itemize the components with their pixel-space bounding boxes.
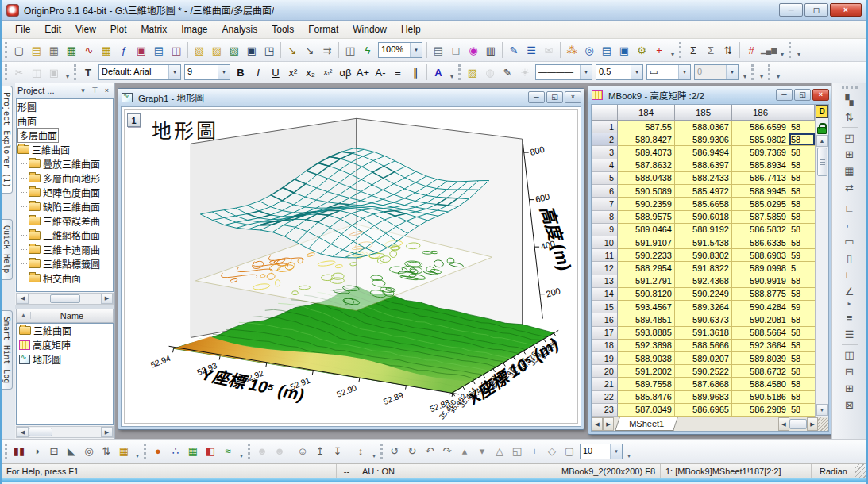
minimize-button[interactable]: ─ <box>528 91 545 103</box>
project-explorer-header[interactable]: Project ... ▾ ⊤ × <box>15 83 114 98</box>
matrix-cell[interactable]: 588.2433 <box>675 172 732 185</box>
fill-color-icon[interactable]: ▨ <box>464 64 481 81</box>
row-header[interactable]: 8 <box>592 211 618 224</box>
matrix-cell-partial[interactable]: 58 <box>789 378 815 390</box>
matrix-cell-partial[interactable]: 58 <box>789 185 815 198</box>
mask-points-icon[interactable]: ☺ <box>294 443 311 459</box>
matrix-cell-partial[interactable]: 58 <box>789 172 815 185</box>
row-header[interactable]: 11 <box>592 249 618 262</box>
matrix-cell[interactable]: 589.4851 <box>618 313 675 326</box>
first-sheet-icon[interactable]: ◀ <box>592 417 603 431</box>
matrix-cell-partial[interactable]: 58 <box>789 146 815 159</box>
corner-header[interactable] <box>592 105 618 121</box>
import-wizard-icon[interactable]: ↘ <box>284 42 301 59</box>
matrix-cell[interactable]: 591.2002 <box>618 365 675 378</box>
template-library-icon[interactable]: ▦ <box>115 443 133 459</box>
3d-pie-icon[interactable]: ● <box>149 443 167 459</box>
tree-item[interactable]: 三維點標籤圖 <box>17 256 113 271</box>
axes-frame-box-icon[interactable]: ▭ <box>840 233 859 250</box>
matrix-cell[interactable]: 592.3898 <box>618 340 675 352</box>
graph-window[interactable]: Graph1 - 地形圖 ─ ◱ × 52.9452.9352.9252.915… <box>118 88 584 430</box>
name-item[interactable]: 高度矩陣 <box>17 338 113 352</box>
matrix-cell-partial[interactable]: 59 <box>789 301 815 313</box>
menu-file[interactable]: File <box>8 21 37 37</box>
toolbar-options-chevron[interactable]: ▾ <box>777 42 787 58</box>
matrix-cell[interactable]: 586.7413 <box>732 172 789 185</box>
align-left-icon[interactable]: ≡ <box>389 64 407 81</box>
merge-graphs-icon[interactable]: ⊞ <box>840 380 859 397</box>
toolbar-grip[interactable] <box>380 444 384 459</box>
open-icon[interactable]: ▧ <box>191 42 208 59</box>
toolbar-options-chevron[interactable]: ▾ <box>757 64 766 80</box>
results-log-icon[interactable]: ▤ <box>598 42 615 59</box>
matrix-cell-partial[interactable]: 58 <box>789 211 815 224</box>
minimize-button[interactable]: ─ <box>779 3 803 17</box>
matrix-cell[interactable]: 590.2233 <box>618 249 675 262</box>
font-color-icon[interactable]: A <box>430 64 447 81</box>
matrix-cell[interactable]: 588.6397 <box>675 159 732 172</box>
rotate-counterclockwise-icon[interactable]: ↺ <box>386 443 403 459</box>
tree-item[interactable]: 三維卡迪爾曲 <box>17 242 113 256</box>
dock-tab-quick-help[interactable]: Quick Help <box>2 219 13 279</box>
tree-item[interactable]: 曡放三維曲面 <box>17 156 113 171</box>
new-3d-graph-icon[interactable]: ▣ <box>133 42 150 59</box>
sort-arrow-icon[interactable]: ▲ <box>17 312 31 319</box>
new-graph-icon[interactable]: ∿ <box>80 42 98 59</box>
matrix-cell[interactable]: 589.7558 <box>618 378 675 390</box>
matrix-cell[interactable]: 590.2249 <box>675 288 732 301</box>
menu-window[interactable]: Window <box>345 21 394 37</box>
matrix-cell-partial[interactable]: 58 <box>789 236 815 249</box>
new-excel-icon[interactable]: ▦ <box>63 42 80 59</box>
layer-badge[interactable]: 1 <box>127 113 141 127</box>
increase-perspective-icon[interactable]: ▴ <box>456 443 473 459</box>
matrix-cell[interactable]: 590.5186 <box>732 391 789 404</box>
tree-item[interactable]: 多层曲面 <box>17 128 113 142</box>
sub-superscript-icon[interactable]: x₁² <box>319 64 337 81</box>
matrix-cell[interactable]: 588.2954 <box>618 262 675 275</box>
matrix-cell[interactable]: 585.0295 <box>732 198 789 210</box>
extract-graphs-icon[interactable]: ⊠ <box>840 397 859 413</box>
menu-view[interactable]: View <box>68 21 103 37</box>
close-button[interactable]: × <box>565 91 581 103</box>
matrix-cell[interactable]: 593.8885 <box>618 327 675 340</box>
matrix-vscrollbar[interactable]: D ▲ ▼ <box>815 105 828 417</box>
matrix-cell[interactable]: 592.4368 <box>675 275 732 288</box>
matrix-cell[interactable]: 588.9038 <box>618 352 675 365</box>
scroll-right-icon[interactable]: ▶ <box>807 417 818 431</box>
matrix-cell[interactable]: 588.8775 <box>732 288 789 301</box>
matrix-cell[interactable]: 590.8302 <box>675 249 732 262</box>
expand-graph-icon[interactable]: + <box>526 443 543 459</box>
script-window-icon[interactable]: ▣ <box>615 42 633 59</box>
menu-help[interactable]: Help <box>394 21 428 37</box>
menu-image[interactable]: Image <box>174 21 214 37</box>
new-function-plot-icon[interactable]: ƒ <box>115 42 133 59</box>
matrix-cell[interactable]: 586.6599 <box>732 121 789 133</box>
swap-layers-icon[interactable]: ⇄ <box>840 179 859 196</box>
row-header[interactable]: 3 <box>592 146 618 159</box>
matrix-cell[interactable]: 589.7369 <box>732 146 789 159</box>
matrix-cell-partial[interactable]: 58 <box>789 313 815 326</box>
save-project-icon[interactable]: ▣ <box>243 42 260 59</box>
tree-item[interactable]: 曲面 <box>17 113 113 128</box>
perspective-view-icon[interactable]: ◇ <box>543 443 561 459</box>
matrix-cell[interactable]: 589.9306 <box>675 133 732 146</box>
layer-management-icon[interactable]: ⊟ <box>840 363 859 380</box>
matrix-cell[interactable]: 585.8476 <box>618 391 675 404</box>
tree-item[interactable]: 相交曲面 <box>17 271 113 285</box>
decrease-font-icon[interactable]: A- <box>372 64 389 81</box>
matrix-cell-partial[interactable]: 59 <box>789 249 815 262</box>
change-mask-color-icon[interactable]: ↥ <box>311 443 329 459</box>
matrix-cell-partial[interactable]: 58 <box>789 224 815 236</box>
scroll-left-icon[interactable]: ◀ <box>17 427 29 437</box>
set-column-values-icon[interactable]: # <box>743 42 760 59</box>
axes-corner-icon[interactable]: ∟ <box>840 267 859 283</box>
close-button[interactable]: × <box>812 89 829 101</box>
toolbar-grip[interactable] <box>789 42 793 58</box>
sum-on-row-icon[interactable]: Σ <box>702 42 719 59</box>
matrix-cell-partial[interactable]: 58 <box>789 340 815 352</box>
toolbar-options-chevron[interactable]: ▾ <box>740 64 750 80</box>
matrix-cell[interactable]: 591.8322 <box>675 262 732 275</box>
matrix-cell[interactable]: 591.5438 <box>675 236 732 249</box>
open-excel-icon[interactable]: ▧ <box>226 42 243 59</box>
toolbar-options-chevron[interactable]: ▾ <box>794 42 804 58</box>
